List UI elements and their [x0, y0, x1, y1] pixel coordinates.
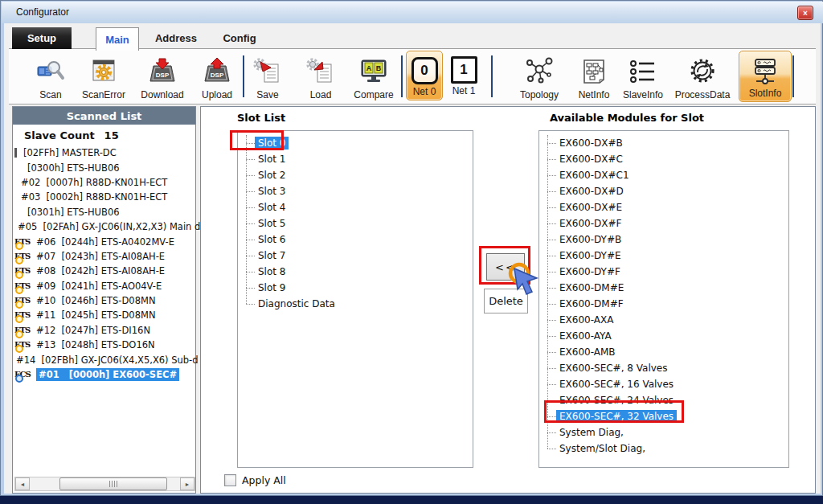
- scanned-list-item[interactable]: ETS#13 [0248h] ETS-DO16N: [13, 338, 195, 352]
- tree-connector: [547, 240, 556, 240]
- tab-config[interactable]: Config: [211, 27, 268, 49]
- close-icon: ×: [803, 9, 808, 18]
- module-item-label: EX600-DM#E: [556, 281, 627, 294]
- slot-item[interactable]: Slot 3: [246, 183, 473, 199]
- scanned-list-item[interactable]: ETS#09 [0241h] ETS-AO04V-E: [13, 279, 195, 293]
- tab-main[interactable]: Main: [96, 27, 139, 51]
- toolbar-separator: [401, 55, 403, 97]
- module-item[interactable]: EX600-SEC#, 16 Valves: [547, 376, 788, 392]
- tab-setup[interactable]: Setup: [12, 27, 72, 49]
- scanned-list-item[interactable]: ETS#08 [0242h] ETS-AI08AH-E: [13, 264, 195, 278]
- tree-connector: [246, 256, 255, 256]
- slot-item[interactable]: Slot 1: [246, 151, 473, 167]
- module-item[interactable]: EX600-DY#B: [547, 232, 788, 248]
- net0-icon: 0: [412, 56, 438, 85]
- scanned-list-item[interactable]: #14 [02FBh] GX-JC06(X4,X5,X6) Sub-d: [13, 352, 195, 367]
- module-item-label: EX600-SEC#, 8 Valves: [556, 362, 670, 375]
- save-button[interactable]: Save: [248, 51, 287, 101]
- svg-text:B: B: [376, 64, 382, 72]
- tree-connector: [246, 175, 255, 176]
- slot-list-box: Slot 0Slot 1Slot 2Slot 3Slot 4Slot 5Slot…: [237, 130, 473, 468]
- toolbar-button-label: Save: [256, 88, 278, 101]
- module-item[interactable]: EX600-DY#F: [547, 264, 788, 280]
- ets-device-icon: ETS: [14, 236, 33, 248]
- upload-dsp-icon: DSP: [203, 55, 231, 88]
- scan-button[interactable]: Scan: [28, 51, 73, 101]
- processdata-button[interactable]: ProcessData: [671, 51, 734, 101]
- module-item[interactable]: EX600-AYA: [547, 328, 788, 344]
- module-item[interactable]: EX600-AMB: [547, 344, 788, 360]
- horizontal-scrollbar[interactable]: ◄ ►: [14, 477, 195, 491]
- module-item[interactable]: EX600-DM#F: [547, 296, 788, 312]
- net0-button[interactable]: 0 Net 0: [406, 51, 443, 100]
- slot-item[interactable]: Slot 4: [246, 199, 473, 215]
- scan-error-button[interactable]: ScanError: [78, 51, 129, 101]
- tree-connector: [547, 320, 556, 321]
- module-item[interactable]: EX600-DX#F: [547, 215, 788, 232]
- load-button[interactable]: Load: [301, 51, 340, 101]
- slot-item-label: Slot 7: [255, 249, 289, 262]
- scanned-list-item[interactable]: ETS#11 [0245h] ETS-D08MN: [13, 308, 195, 322]
- scroll-left-arrow[interactable]: ◄: [15, 477, 30, 490]
- load-icon: [306, 55, 335, 88]
- tree-connector: [547, 143, 556, 144]
- scanned-item-text: [02FFh] MASTER-DC: [23, 147, 117, 158]
- slaveinfo-button[interactable]: SlaveInfo: [620, 51, 666, 101]
- scanned-list-item[interactable]: [0300h] ETS-HUB06: [13, 160, 195, 174]
- toolbar-button-label: SlaveInfo: [623, 88, 663, 101]
- titlebar[interactable]: Configurator ×: [2, 2, 823, 23]
- slot-item[interactable]: Slot 9: [246, 280, 473, 296]
- module-item[interactable]: EX600-DX#C1: [547, 167, 788, 183]
- scanned-list-item[interactable]: ETS#10 [0246h] ETS-D08MN: [13, 293, 195, 308]
- netinfo-icon: [579, 55, 608, 88]
- netinfo-button[interactable]: NetInfo: [571, 51, 616, 101]
- scanned-item-text: #02 [0007h] R88D-KN01H-ECT: [21, 177, 167, 188]
- module-item[interactable]: System/Slot Diag,: [547, 440, 788, 457]
- scanned-list-item[interactable]: [02FFh] MASTER-DC: [13, 145, 195, 160]
- scanned-list-item[interactable]: #02 [0007h] R88D-KN01H-ECT: [13, 175, 195, 190]
- slot-item[interactable]: Slot 8: [246, 264, 473, 280]
- topology-button[interactable]: Topology: [514, 51, 565, 101]
- tab-address[interactable]: Address: [145, 27, 207, 49]
- module-item[interactable]: EX600-DX#C: [547, 151, 788, 167]
- upload-button[interactable]: DSP Upload: [194, 51, 240, 101]
- slot-item[interactable]: Diagnostic Data: [246, 296, 473, 312]
- slot-item[interactable]: Slot 5: [246, 215, 473, 232]
- scroll-right-arrow[interactable]: ►: [180, 477, 194, 490]
- toolbar-button-label: Topology: [520, 88, 559, 101]
- scanned-list-item[interactable]: ETS#12 [0247h] ETS-DI16N: [13, 323, 195, 338]
- download-button[interactable]: DSP Download: [134, 51, 190, 101]
- module-item[interactable]: EX600-AXA: [547, 312, 788, 328]
- module-item[interactable]: EX600-SEC#, 8 Valves: [547, 360, 788, 376]
- scanned-list-item[interactable]: ETS#07 [0243h] ETS-AI08AH-E: [13, 249, 195, 264]
- module-item[interactable]: EX600-DX#D: [547, 183, 788, 199]
- scanned-list-item[interactable]: ECS#01 [0000h] EX600-SEC#: [13, 367, 195, 382]
- ets-device-icon: ETS: [14, 295, 33, 306]
- slot-item[interactable]: Slot 6: [246, 232, 473, 248]
- module-item[interactable]: EX600-DX#E: [547, 199, 788, 215]
- module-item[interactable]: EX600-DY#E: [547, 248, 788, 264]
- toolbar-button-label: Download: [141, 88, 183, 101]
- annotation-box-slot0: [230, 130, 284, 150]
- module-item-label: EX600-DY#E: [556, 249, 624, 262]
- slotinfo-button[interactable]: SlotInfo: [739, 51, 792, 102]
- module-item[interactable]: EX600-DX#B: [547, 135, 788, 151]
- client-area: Setup Main Address Config Scan: [4, 23, 821, 494]
- module-item-label: EX600-DX#C: [556, 153, 626, 166]
- slot-item[interactable]: Slot 2: [246, 167, 473, 183]
- scanned-list-item[interactable]: #03 [0002h] R88D-KN01H-ECT: [13, 190, 195, 204]
- slot-config-panel: Slot List Slot 0Slot 1Slot 2Slot 3Slot 4…: [200, 106, 816, 494]
- scanned-list: [02FFh] MASTER-DC[0300h] ETS-HUB06#02 [0…: [13, 145, 195, 382]
- module-item[interactable]: EX600-DM#E: [547, 280, 788, 296]
- scanned-list-item[interactable]: ETS#06 [0244h] ETS-A0402MV-E: [13, 234, 195, 248]
- scrollbar-thumb[interactable]: [59, 477, 167, 490]
- compare-button[interactable]: A B Compare: [348, 51, 399, 101]
- scanned-list-item[interactable]: [0301h] ETS-HUB06: [13, 205, 195, 219]
- slot-item[interactable]: Slot 7: [246, 248, 473, 264]
- net1-button[interactable]: 1 Net 1: [446, 51, 481, 99]
- module-item[interactable]: System Diag,: [547, 424, 788, 440]
- apply-all-checkbox[interactable]: [224, 474, 236, 486]
- close-button[interactable]: ×: [797, 6, 813, 20]
- ecs-device-icon: ECS: [14, 369, 33, 380]
- scanned-list-item[interactable]: #05 [02FAh] GX-JC06(IN,X2,X3) Main d: [13, 219, 195, 234]
